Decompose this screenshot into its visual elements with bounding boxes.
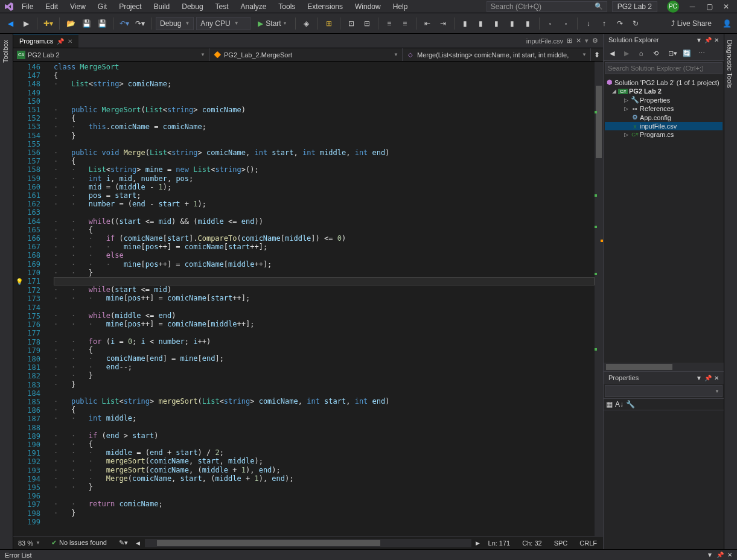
outdent[interactable]: ⇤ bbox=[421, 17, 434, 30]
open-file[interactable]: 📂 bbox=[64, 17, 77, 30]
vertical-scrollbar[interactable] bbox=[595, 62, 603, 536]
live-share[interactable]: ⤴Live Share bbox=[671, 19, 712, 28]
se-sync[interactable]: ⟲ bbox=[649, 47, 662, 59]
props-pin-icon[interactable]: 📌 bbox=[704, 375, 712, 381]
properties-header[interactable]: Properties ▼📌✕ bbox=[604, 372, 724, 384]
user-avatar[interactable]: PC bbox=[667, 1, 679, 13]
expand-icon[interactable]: ▷ bbox=[622, 97, 630, 103]
step-1[interactable]: ↓ bbox=[582, 17, 595, 30]
tool-3[interactable]: ⊡ bbox=[345, 17, 358, 30]
se-fwd[interactable]: ▶ bbox=[621, 47, 633, 59]
props-dropdown-icon[interactable]: ▼ bbox=[696, 375, 702, 381]
tree-inputfile[interactable]: xinputFile.csv bbox=[605, 122, 723, 130]
diagnostic-tools-tab[interactable]: Diagnostic Tools bbox=[724, 34, 735, 94]
nav-method[interactable]: ◇Merge(List<string> comicName, int start… bbox=[403, 48, 591, 61]
menu-build[interactable]: Build bbox=[148, 1, 176, 12]
scroll-right[interactable]: ▶ bbox=[474, 540, 482, 546]
bm-a[interactable]: ▮ bbox=[506, 17, 519, 30]
menu-tools[interactable]: Tools bbox=[272, 1, 301, 12]
scroll-left[interactable]: ◀ bbox=[134, 540, 142, 546]
alphabetical-icon[interactable]: A↓ bbox=[615, 400, 624, 409]
step-2[interactable]: ↑ bbox=[598, 17, 611, 30]
tree-references[interactable]: ▷▪▪References bbox=[605, 104, 723, 113]
bottom-pin-icon[interactable]: 📌 bbox=[716, 552, 724, 558]
preview-file[interactable]: inputFile.csv bbox=[526, 37, 563, 45]
tree-solution[interactable]: ⬢Solution 'PG2 Lab 2' (1 of 1 project) bbox=[605, 78, 723, 87]
nav-forward[interactable]: ▶ bbox=[19, 17, 33, 30]
expand-icon[interactable]: ▷ bbox=[622, 106, 630, 112]
error-list-bar[interactable]: Error List ▼📌✕ bbox=[0, 549, 737, 560]
new-item[interactable]: ✚▾ bbox=[42, 17, 55, 30]
bottom-dropdown-icon[interactable]: ▼ bbox=[707, 552, 713, 558]
lineending-indicator[interactable]: CRLF bbox=[573, 539, 603, 547]
tree-appconfig[interactable]: ⚙App.config bbox=[605, 113, 723, 122]
tree-program[interactable]: ▷C#Program.cs bbox=[605, 130, 723, 139]
solution-search-input[interactable] bbox=[605, 62, 723, 74]
close-icon[interactable]: ✕ bbox=[68, 38, 72, 45]
nav-project[interactable]: C#PG2 Lab 2▼ bbox=[13, 48, 209, 61]
window-maximize[interactable]: ▢ bbox=[701, 1, 718, 12]
panel-close-icon[interactable]: ✕ bbox=[714, 37, 719, 43]
indent[interactable]: ⇥ bbox=[436, 17, 450, 30]
undo[interactable]: ↶▾ bbox=[118, 17, 131, 30]
menu-project[interactable]: Project bbox=[113, 1, 147, 12]
se-more[interactable]: ⋯ bbox=[695, 47, 707, 59]
config-combo[interactable]: Debug▼ bbox=[156, 17, 194, 30]
tree-project[interactable]: ◢C#PG2 Lab 2 bbox=[605, 87, 723, 95]
split-icon[interactable]: ⬍ bbox=[591, 48, 603, 61]
code-editor[interactable]: 1461471481491501511521531541551561571581… bbox=[13, 62, 603, 536]
issues-status[interactable]: ✔No issues found bbox=[45, 539, 113, 547]
toolbox-tab[interactable]: Toolbox bbox=[0, 34, 11, 69]
pen-icon[interactable]: ✎▾ bbox=[113, 539, 134, 547]
zoom-combo[interactable]: 83 %▼ bbox=[13, 539, 45, 547]
tool-4[interactable]: ⊟ bbox=[360, 17, 374, 30]
menu-window[interactable]: Window bbox=[349, 1, 387, 12]
panel-pin-icon[interactable]: 📌 bbox=[704, 37, 712, 43]
step-3[interactable]: ↷ bbox=[613, 17, 627, 30]
start-debug-button[interactable]: ▶Start▾ bbox=[253, 17, 290, 30]
menu-view[interactable]: View bbox=[64, 1, 92, 12]
menu-analyze[interactable]: Analyze bbox=[235, 1, 273, 12]
bookmark[interactable]: ▮ bbox=[459, 17, 472, 30]
quick-search-input[interactable]: Search (Ctrl+Q) 🔍 bbox=[487, 1, 607, 12]
tab-program-cs[interactable]: Program.cs 📌 ✕ bbox=[13, 34, 78, 48]
menu-extensions[interactable]: Extensions bbox=[301, 1, 349, 12]
properties-selector[interactable]: ▼ bbox=[605, 385, 723, 397]
close-preview-icon[interactable]: ✕ bbox=[576, 37, 581, 45]
window-close[interactable]: ✕ bbox=[718, 1, 735, 12]
tool-1[interactable]: ◈ bbox=[300, 17, 313, 30]
step-4[interactable]: ↻ bbox=[629, 17, 642, 30]
menu-edit[interactable]: Edit bbox=[39, 1, 64, 12]
wrench-icon[interactable]: 🔧 bbox=[626, 400, 635, 409]
props-close-icon[interactable]: ✕ bbox=[714, 375, 719, 381]
se-back[interactable]: ◀ bbox=[606, 47, 618, 59]
menu-test[interactable]: Test bbox=[209, 1, 235, 12]
categorized-icon[interactable]: ▦ bbox=[606, 400, 613, 409]
window-minimize[interactable]: ─ bbox=[684, 1, 701, 12]
solution-hscroll[interactable] bbox=[604, 363, 724, 371]
save[interactable]: 💾 bbox=[80, 17, 93, 30]
se-opt[interactable]: ⊡▾ bbox=[666, 47, 678, 59]
bm-b[interactable]: ▮ bbox=[522, 17, 535, 30]
spaces-indicator[interactable]: SPC bbox=[548, 539, 574, 547]
solution-explorer-header[interactable]: Solution Explorer ▼📌✕ bbox=[604, 34, 724, 46]
indent-more[interactable]: ≡ bbox=[398, 17, 412, 30]
panel-dropdown-icon[interactable]: ▼ bbox=[696, 37, 702, 43]
keep-open-icon[interactable]: ⊞ bbox=[567, 37, 572, 45]
expand-icon[interactable]: ▷ bbox=[622, 132, 630, 138]
bm-prev[interactable]: ▮ bbox=[474, 17, 488, 30]
menu-help[interactable]: Help bbox=[387, 1, 414, 12]
nav-back[interactable]: ◀ bbox=[4, 17, 17, 30]
horizontal-scrollbar[interactable] bbox=[145, 539, 471, 547]
solution-selector[interactable]: PG2 Lab 2 bbox=[612, 1, 657, 12]
menu-git[interactable]: Git bbox=[92, 1, 113, 12]
menu-file[interactable]: File bbox=[16, 1, 39, 12]
expand-icon[interactable]: ◢ bbox=[610, 88, 618, 94]
pin-icon[interactable]: 📌 bbox=[57, 38, 64, 45]
gear-icon[interactable]: ⚙ bbox=[592, 37, 598, 45]
se-refresh[interactable]: 🔄 bbox=[681, 47, 693, 59]
tool-2[interactable]: ⊞ bbox=[322, 17, 336, 30]
indent-less[interactable]: ≡ bbox=[383, 17, 396, 30]
save-all[interactable]: 💾 bbox=[95, 17, 109, 30]
bp-2[interactable]: ◦ bbox=[560, 17, 573, 30]
